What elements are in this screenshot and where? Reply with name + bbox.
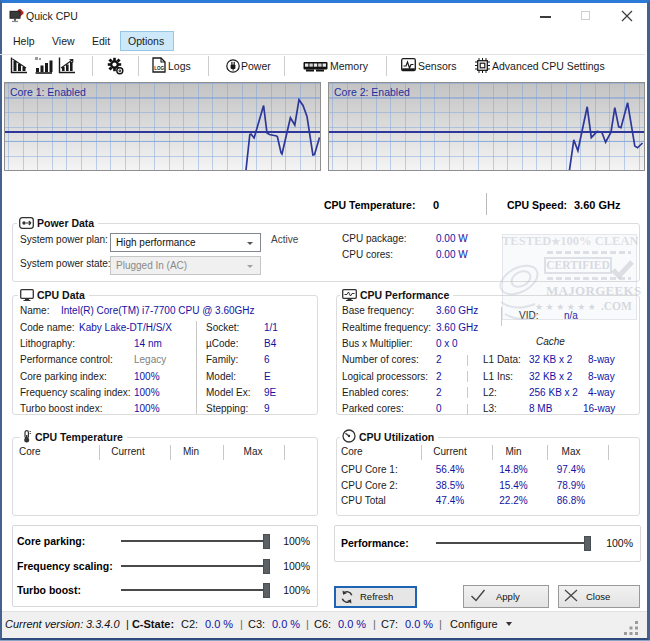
svg-text:LOG: LOG	[154, 66, 164, 71]
